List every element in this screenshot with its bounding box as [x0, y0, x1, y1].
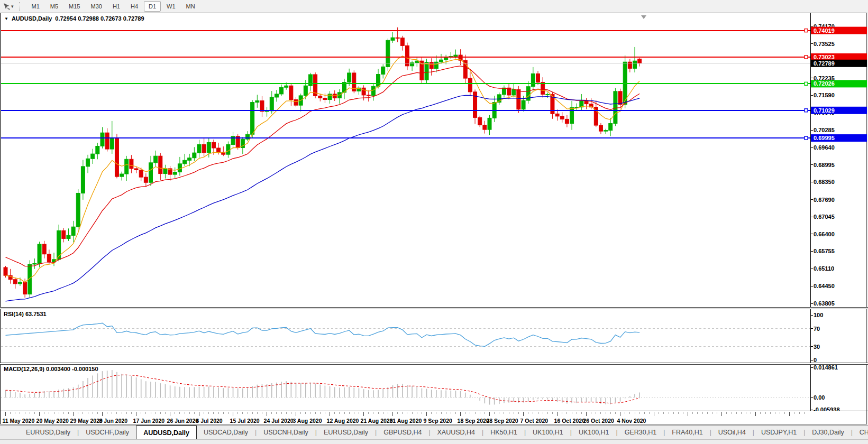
chart-tab-eurusd-daily[interactable]: EURUSD,Daily: [19, 426, 77, 439]
svg-text:0.69995: 0.69995: [814, 135, 835, 141]
cursor-tool-group[interactable]: ▾: [0, 2, 14, 11]
svg-text:0.73023: 0.73023: [814, 54, 835, 60]
x-axis-date: 16 Oct 2020: [554, 418, 585, 424]
chart-ohlc-values: 0.72954 0.72988 0.72673 0.72789: [55, 15, 144, 22]
x-axis-date: 17 Jun 2020: [133, 418, 165, 424]
svg-text:0.67690: 0.67690: [814, 197, 835, 203]
chart-tab-dj30-daily[interactable]: DJ30,Daily: [805, 426, 851, 439]
x-axis-date: 4 Nov 2020: [617, 418, 646, 424]
horizontal-line-0.73023: 0.73023: [1, 53, 867, 61]
x-axis-date: 9 Sep 2020: [424, 418, 452, 424]
svg-text:70: 70: [814, 326, 820, 332]
mt4-terminal: ▾ M1M5M15M30H1H4D1W1MN ▼ AUDUSD,Daily 0.…: [0, 0, 868, 444]
chart-tab-bar: EURUSD,Daily|USDCHF,DailyAUDUSD,DailyUSD…: [0, 425, 868, 439]
svg-text:0.71590: 0.71590: [814, 92, 835, 98]
chart-tab-china300-h1[interactable]: CHINA300,H1: [853, 426, 868, 439]
chart-tab-usdchf-daily[interactable]: USDCHF,Daily: [79, 426, 136, 439]
svg-text:0.65110: 0.65110: [814, 265, 834, 272]
x-axis-date: 3 Aug 2020: [293, 418, 322, 424]
timeframe-buttons: M1M5M15M30H1H4D1W1MN: [27, 1, 200, 12]
x-axis-date: 11 May 2020: [3, 418, 35, 424]
svg-text:0.68350: 0.68350: [814, 179, 835, 185]
current-price-label: 0.72789: [811, 60, 867, 67]
time-axis-border: [0, 411, 868, 411]
ma-medium-line: [6, 66, 640, 266]
price-chart-panel[interactable]: 0.741700.735250.728800.722350.715900.709…: [0, 13, 868, 307]
horizontal-line-0.71029: 0.71029: [1, 107, 867, 114]
chart-tab-uk100-h1[interactable]: UK100,H1: [526, 426, 570, 439]
chart-tab-fra40-h1[interactable]: FRA40,H1: [665, 426, 709, 439]
chart-tab-audusd-daily[interactable]: AUDUSD,Daily: [136, 426, 197, 439]
x-axis-date: 18 Sep 2020: [458, 418, 489, 424]
x-axis-date: 28 Sep 2020: [487, 418, 518, 424]
svg-text:100: 100: [814, 312, 823, 318]
top-toolbar: ▾ M1M5M15M30H1H4D1W1MN: [0, 0, 868, 13]
svg-text:0.00: 0.00: [814, 394, 825, 401]
macd-signal-line: [6, 375, 640, 403]
svg-text:0.63805: 0.63805: [814, 300, 835, 307]
timeframe-button-mn[interactable]: MN: [181, 1, 200, 12]
macd-panel[interactable]: 0.0148610.00-0.005938: [0, 365, 868, 411]
svg-text:0.014861: 0.014861: [814, 365, 838, 371]
crosshair-tool-icon[interactable]: [2, 2, 11, 11]
svg-text:-0.005938: -0.005938: [814, 406, 840, 411]
collapse-triangle-icon[interactable]: ▼: [4, 16, 8, 21]
chevron-down-icon[interactable]: ▾: [11, 4, 14, 9]
x-axis-date: 24 Jul 2020: [264, 418, 294, 424]
svg-text:0: 0: [814, 357, 817, 363]
chart-tab-uk100-h1[interactable]: UK100,H1: [572, 426, 616, 439]
chart-shift-marker-icon[interactable]: [641, 15, 646, 19]
panel-separator[interactable]: [0, 363, 868, 365]
rsi-label: RSI(14) 63.7531: [4, 311, 47, 317]
svg-text:0.72789: 0.72789: [814, 60, 835, 67]
chart-tab-usdcad-daily[interactable]: USDCAD,Daily: [197, 426, 255, 439]
horizontal-line-0.74019: 0.74019: [1, 27, 867, 34]
macd-label: MACD(12,26,9) 0.003400 -0.000150: [4, 366, 98, 372]
rsi-line: [6, 323, 640, 346]
timeframe-button-m30[interactable]: M30: [86, 1, 107, 12]
svg-text:0.73525: 0.73525: [814, 41, 835, 47]
x-axis-date: 12 Aug 2020: [327, 418, 359, 424]
rsi-panel[interactable]: 10070300: [0, 309, 868, 363]
x-axis-date: 31 Aug 2020: [390, 418, 422, 424]
svg-text:0.69640: 0.69640: [814, 144, 835, 151]
chart-tab-gbpusd-h4[interactable]: GBPUSD,H4: [377, 426, 428, 439]
x-axis-date: 7 Oct 2020: [520, 418, 549, 424]
x-axis-date: 20 May 2020: [36, 418, 69, 424]
timeframe-button-d1[interactable]: D1: [144, 1, 161, 12]
x-axis-date: 15 Jul 2020: [230, 418, 260, 424]
timeframe-button-w1[interactable]: W1: [162, 1, 180, 12]
svg-text:0.71029: 0.71029: [814, 107, 835, 114]
chart-tab-ger30-h1[interactable]: GER30,H1: [618, 426, 663, 439]
chart-tab-usdcnh-daily[interactable]: USDCNH,Daily: [257, 426, 315, 439]
chart-title: ▼ AUDUSD,Daily 0.72954 0.72988 0.72673 0…: [4, 15, 144, 22]
panel-separator[interactable]: [0, 307, 868, 309]
svg-text:0.65755: 0.65755: [814, 248, 835, 254]
time-axis[interactable]: 11 May 202020 May 202029 May 20208 Jun 2…: [0, 417, 868, 425]
x-axis-date: 21 Aug 2020: [361, 418, 393, 424]
svg-text:0.68995: 0.68995: [814, 162, 835, 168]
horizontal-line-0.69995: 0.69995: [1, 134, 867, 142]
x-axis-date: 6 Jul 2020: [196, 418, 223, 424]
x-axis-date: 29 May 2020: [70, 418, 103, 424]
macd-histogram: [6, 370, 640, 405]
ma-slow-line: [6, 95, 640, 301]
horizontal-line-0.72026: 0.72026: [1, 80, 867, 87]
chart-tab-usdjpy-h1[interactable]: USDJPY,H1: [754, 426, 803, 439]
svg-text:0.64450: 0.64450: [814, 283, 835, 289]
toolbar-grip: [19, 2, 23, 11]
svg-text:0.67045: 0.67045: [814, 214, 835, 220]
chart-tab-eurusd-daily[interactable]: EURUSD,Daily: [317, 426, 375, 439]
timeframe-button-h4[interactable]: H4: [126, 1, 143, 12]
chart-tab-hk50-h1[interactable]: HK50,H1: [483, 426, 524, 439]
timeframe-button-h1[interactable]: H1: [108, 1, 125, 12]
timeframe-button-m1[interactable]: M1: [27, 1, 44, 12]
time-axis-ticks[interactable]: [0, 411, 868, 417]
x-axis-date: 8 Jun 2020: [99, 418, 128, 424]
svg-text:0.66400: 0.66400: [814, 231, 835, 237]
chart-tab-usoil-h4[interactable]: USOil,H4: [711, 426, 753, 439]
chart-symbol-label: AUDUSD,Daily: [12, 15, 52, 22]
timeframe-button-m15[interactable]: M15: [64, 1, 85, 12]
chart-tab-xauusd-h4[interactable]: XAUUSD,H4: [431, 426, 482, 439]
timeframe-button-m5[interactable]: M5: [45, 1, 63, 12]
